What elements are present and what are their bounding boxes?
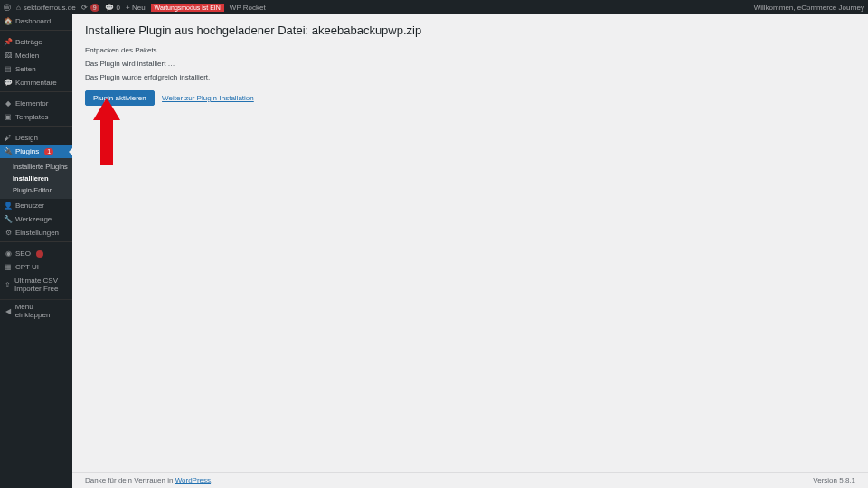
admin-toolbar-left: ⓦ ⌂ sektorferrous.de ⟳ 9 💬 0 + Neu Wartu… [4, 3, 266, 13]
sidebar-item-pages[interactable]: ▤ Seiten [0, 62, 72, 76]
importer-icon: ⇪ [5, 281, 11, 288]
admin-footer: Danke für dein Vertrauen in WordPress. V… [72, 472, 868, 488]
notification-dot-icon [36, 250, 43, 258]
wp-logo-icon[interactable]: ⓦ [4, 3, 11, 13]
footer-version: Version 5.8.1 [813, 476, 855, 484]
plugins-update-badge: 1 [44, 148, 53, 155]
user-icon: 👤 [5, 202, 12, 210]
submenu-installed-plugins[interactable]: Installierte Plugins [13, 161, 72, 173]
sidebar-item-tools[interactable]: 🔧 Werkzeuge [0, 212, 72, 226]
sidebar-collapse-button[interactable]: ◀ Menü einklappen [0, 299, 72, 322]
sidebar-label: Beiträge [15, 38, 42, 46]
sidebar-item-templates[interactable]: ▣ Templates [0, 110, 72, 124]
dashboard-icon: 🏠 [5, 18, 12, 25]
updates-badge: 9 [90, 4, 99, 12]
comments-item[interactable]: 💬 0 [105, 4, 120, 12]
elementor-icon: ◆ [5, 100, 12, 108]
welcome-label: Willkommen, eCommerce Journey [754, 4, 864, 12]
sidebar-item-cpt[interactable]: ▦ CPT UI [0, 260, 72, 274]
refresh-icon: ⟳ [81, 4, 88, 12]
admin-toolbar-right[interactable]: Willkommen, eCommerce Journey [754, 4, 864, 12]
sidebar-submenu-plugins: Installierte Plugins Installieren Plugin… [0, 158, 72, 199]
footer-period: . [211, 476, 212, 484]
sidebar-label: Ultimate CSV Importer Free [14, 277, 68, 293]
sidebar-separator [0, 91, 72, 95]
wprocket-label: WP Rocket [230, 4, 266, 12]
main-content: Installiere Plugin aus hochgeladener Dat… [72, 14, 868, 488]
sidebar-item-plugins[interactable]: 🔌 Plugins 1 [0, 145, 72, 158]
templates-icon: ▣ [5, 114, 12, 121]
wrench-icon: 🔧 [5, 216, 12, 223]
comment-icon: 💬 [105, 4, 114, 12]
sidebar-item-dashboard[interactable]: 🏠 Dashboard [0, 14, 72, 28]
site-name-item[interactable]: ⌂ sektorferrous.de [16, 4, 76, 12]
activate-plugin-button[interactable]: Plugin aktivieren [85, 90, 155, 106]
sidebar-label: SEO [15, 249, 31, 258]
sidebar-label: Einstellungen [15, 229, 59, 237]
updates-item[interactable]: ⟳ 9 [81, 4, 99, 12]
install-status-line: Das Plugin wurde erfolgreich installiert… [85, 73, 855, 81]
pin-icon: 📌 [5, 39, 12, 46]
comments-count: 0 [117, 4, 120, 12]
back-to-installer-link[interactable]: Weiter zur Plugin-Installation [162, 94, 254, 102]
sidebar-item-extra[interactable]: ⇪ Ultimate CSV Importer Free [0, 274, 72, 296]
submenu-install-plugin[interactable]: Installieren [13, 173, 72, 184]
sidebar-separator [0, 30, 72, 33]
sidebar-item-settings[interactable]: ⚙ Einstellungen [0, 226, 72, 239]
plug-icon: 🔌 [5, 148, 12, 155]
maintenance-label: Wartungsmodus ist EIN [151, 4, 224, 12]
media-icon: 🖼 [5, 52, 12, 60]
sidebar-item-users[interactable]: 👤 Benutzer [0, 199, 72, 212]
comments-icon: 💬 [5, 80, 12, 87]
site-name-label: sektorferrous.de [24, 4, 76, 12]
sidebar-item-comments[interactable]: 💬 Kommentare [0, 76, 72, 89]
sidebar-separator [0, 241, 72, 245]
sidebar-label: Benutzer [15, 202, 44, 210]
footer-thanks-text: Danke für dein Vertrauen in [85, 476, 175, 484]
admin-sidebar: 🏠 Dashboard 📌 Beiträge 🖼 Medien ▤ Seiten… [0, 14, 72, 488]
sidebar-label: Kommentare [15, 79, 57, 87]
install-status-line: Entpacken des Pakets … [85, 46, 855, 54]
admin-toolbar: ⓦ ⌂ sektorferrous.de ⟳ 9 💬 0 + Neu Wartu… [0, 0, 868, 14]
install-status-line: Das Plugin wird installiert … [85, 60, 855, 68]
page-title: Installiere Plugin aus hochgeladener Dat… [85, 23, 855, 37]
sidebar-separator [0, 126, 72, 129]
sidebar-item-posts[interactable]: 📌 Beiträge [0, 35, 72, 49]
sidebar-label: Elementor [15, 99, 48, 108]
submenu-plugin-editor[interactable]: Plugin-Editor [13, 184, 72, 196]
home-icon: ⌂ [16, 4, 21, 12]
sidebar-label: CPT UI [15, 263, 39, 271]
sidebar-item-elementor[interactable]: ◆ Elementor [0, 97, 72, 110]
sidebar-label: Seiten [15, 65, 36, 73]
sidebar-item-media[interactable]: 🖼 Medien [0, 49, 72, 62]
sidebar-item-seo[interactable]: ◉ SEO [0, 247, 72, 260]
maintenance-item[interactable]: Wartungsmodus ist EIN [151, 4, 224, 12]
sidebar-label: Werkzeuge [15, 215, 52, 223]
brush-icon: 🖌 [5, 135, 12, 142]
footer-wp-link[interactable]: WordPress [175, 476, 211, 484]
seo-icon: ◉ [5, 250, 12, 258]
sidebar-label: Design [15, 134, 38, 142]
new-content-item[interactable]: + Neu [126, 4, 146, 12]
sidebar-label: Menü einklappen [15, 303, 68, 319]
sidebar-label: Plugins [15, 147, 39, 155]
sidebar-item-design[interactable]: 🖌 Design [0, 131, 72, 145]
cpt-icon: ▦ [5, 264, 12, 271]
collapse-icon: ◀ [5, 307, 12, 314]
new-content-label: + Neu [126, 4, 146, 12]
sidebar-label: Medien [15, 52, 39, 60]
sidebar-label: Dashboard [15, 17, 51, 25]
action-row: Plugin aktivieren Weiter zur Plugin-Inst… [85, 90, 855, 106]
wprocket-item[interactable]: WP Rocket [230, 4, 266, 12]
page-icon: ▤ [5, 66, 12, 73]
footer-thanks: Danke für dein Vertrauen in WordPress. [85, 476, 212, 484]
gear-icon: ⚙ [5, 230, 12, 237]
sidebar-label: Templates [15, 113, 48, 121]
